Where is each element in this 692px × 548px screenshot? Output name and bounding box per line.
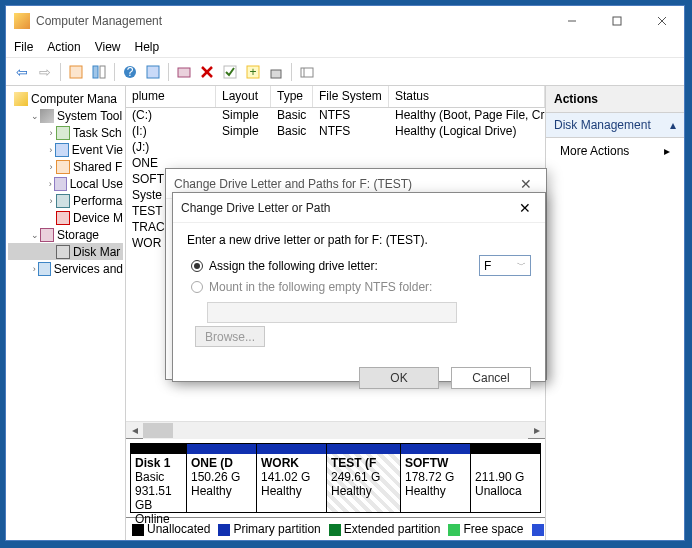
horizontal-scrollbar[interactable]: ◂ ▸: [126, 421, 545, 438]
tree-disk-management[interactable]: Disk Mar: [8, 243, 123, 260]
dialog1-close-button[interactable]: ✕: [514, 176, 538, 192]
chevron-right-icon: ▸: [664, 144, 670, 158]
tree-root[interactable]: Computer Mana: [8, 90, 123, 107]
show-hide-tree-button[interactable]: [66, 62, 86, 82]
tree-services[interactable]: ›Services and: [8, 260, 123, 277]
svg-rect-5: [93, 66, 98, 78]
chevron-down-icon: ﹀: [517, 259, 526, 272]
menubar: File Action View Help: [6, 36, 684, 58]
svg-rect-4: [70, 66, 82, 78]
disk-label: Disk 1: [135, 456, 170, 470]
window-title: Computer Management: [36, 14, 549, 28]
col-volume[interactable]: plume: [126, 86, 216, 107]
svg-rect-16: [271, 70, 281, 78]
svg-rect-10: [178, 68, 190, 77]
volume-row[interactable]: (C:)SimpleBasicNTFSHealthy (Boot, Page F…: [126, 108, 545, 124]
disk-1-panel[interactable]: Disk 1 Basic 931.51 GB Online ONE (D150.…: [126, 439, 545, 517]
partition[interactable]: TEST (F249.61 GHealthy: [327, 443, 401, 513]
mount-button[interactable]: [266, 62, 286, 82]
scroll-right-button[interactable]: ▸: [528, 422, 545, 439]
delete-button[interactable]: [197, 62, 217, 82]
scroll-track[interactable]: [143, 422, 528, 439]
radio-mount-icon[interactable]: [191, 281, 203, 293]
menu-file[interactable]: File: [14, 40, 33, 54]
tree-device-manager[interactable]: Device M: [8, 209, 123, 226]
dialog2-ok-button[interactable]: OK: [359, 367, 439, 389]
help-button[interactable]: ?: [120, 62, 140, 82]
navigation-tree[interactable]: Computer Mana ⌄System Tool ›Task Sch ›Ev…: [6, 86, 126, 540]
action-more-actions[interactable]: More Actions ▸: [546, 138, 684, 164]
browse-button: Browse...: [195, 326, 265, 347]
tree-storage[interactable]: ⌄Storage: [8, 226, 123, 243]
tree-local-users[interactable]: ›Local Use: [8, 175, 123, 192]
partition[interactable]: 211.90 GUnalloca: [471, 443, 541, 513]
titlebar[interactable]: Computer Management: [6, 6, 684, 36]
svg-rect-1: [613, 17, 621, 25]
action-pane-button[interactable]: [143, 62, 163, 82]
partition[interactable]: SOFTW178.72 GHealthy: [401, 443, 471, 513]
dialog2-instruction: Enter a new drive letter or path for F: …: [187, 233, 531, 247]
disk-size: 931.51 GB: [135, 484, 172, 512]
dialog2-title: Change Drive Letter or Path: [181, 201, 330, 215]
col-filesystem[interactable]: File System: [313, 86, 389, 107]
refresh-button[interactable]: [174, 62, 194, 82]
drive-letter-select[interactable]: F ﹀: [479, 255, 531, 276]
assign-letter-option[interactable]: Assign the following drive letter: F ﹀: [191, 255, 531, 276]
minimize-button[interactable]: [549, 7, 594, 36]
settings-button[interactable]: [297, 62, 317, 82]
actions-pane: Actions Disk Management ▴ More Actions ▸: [546, 86, 684, 540]
scroll-thumb[interactable]: [143, 423, 173, 438]
radio-assign-icon[interactable]: [191, 260, 203, 272]
svg-rect-17: [301, 68, 313, 77]
app-icon: [14, 13, 30, 29]
svg-rect-6: [100, 66, 105, 78]
svg-rect-9: [147, 66, 159, 78]
volume-row[interactable]: (J:): [126, 140, 545, 156]
tree-system-tools[interactable]: ⌄System Tool: [8, 107, 123, 124]
actions-header: Actions: [546, 86, 684, 113]
collapse-icon: ▴: [670, 118, 676, 132]
menu-action[interactable]: Action: [47, 40, 80, 54]
dialog1-title: Change Drive Letter and Paths for F: (TE…: [174, 177, 412, 191]
legend: Unallocated Primary partition Extended p…: [126, 517, 545, 540]
col-type[interactable]: Type: [271, 86, 313, 107]
col-layout[interactable]: Layout: [216, 86, 271, 107]
properties-button[interactable]: [89, 62, 109, 82]
dialog2-cancel-button[interactable]: Cancel: [451, 367, 531, 389]
partition[interactable]: ONE (D150.26 GHealthy: [187, 443, 257, 513]
tree-event-viewer[interactable]: ›Event Vie: [8, 141, 123, 158]
disk-graphic-section: Disk 1 Basic 931.51 GB Online ONE (D150.…: [126, 438, 545, 540]
disk-info[interactable]: Disk 1 Basic 931.51 GB Online: [130, 443, 187, 513]
forward-button: ⇨: [35, 62, 55, 82]
action-group-disk-management[interactable]: Disk Management ▴: [546, 113, 684, 138]
check-button[interactable]: [220, 62, 240, 82]
volume-row[interactable]: (I:)SimpleBasicNTFSHealthy (Logical Driv…: [126, 124, 545, 140]
svg-text:+: +: [249, 65, 256, 79]
partition[interactable]: WORK141.02 GHealthy: [257, 443, 327, 513]
tree-performance[interactable]: ›Performa: [8, 192, 123, 209]
disk-type: Basic: [135, 470, 164, 484]
change-letter-dialog: Change Drive Letter or Path ✕ Enter a ne…: [172, 192, 546, 382]
back-button[interactable]: ⇦: [12, 62, 32, 82]
col-status[interactable]: Status: [389, 86, 545, 107]
svg-text:?: ?: [127, 65, 134, 79]
tree-shared-folders[interactable]: ›Shared F: [8, 158, 123, 175]
menu-view[interactable]: View: [95, 40, 121, 54]
volume-grid-header[interactable]: plume Layout Type File System Status: [126, 86, 545, 108]
menu-help[interactable]: Help: [135, 40, 160, 54]
toolbar: ⇦ ⇨ ? +: [6, 58, 684, 86]
maximize-button[interactable]: [594, 7, 639, 36]
mount-folder-option[interactable]: Mount in the following empty NTFS folder…: [191, 280, 531, 294]
dialog2-titlebar[interactable]: Change Drive Letter or Path ✕: [173, 193, 545, 223]
partition-strip: ONE (D150.26 GHealthyWORK141.02 GHealthy…: [187, 443, 541, 513]
mount-path-input: [207, 302, 457, 323]
close-button[interactable]: [639, 7, 684, 36]
tree-task-scheduler[interactable]: ›Task Sch: [8, 124, 123, 141]
scroll-left-button[interactable]: ◂: [126, 422, 143, 439]
new-button[interactable]: +: [243, 62, 263, 82]
dialog2-close-button[interactable]: ✕: [513, 200, 537, 216]
